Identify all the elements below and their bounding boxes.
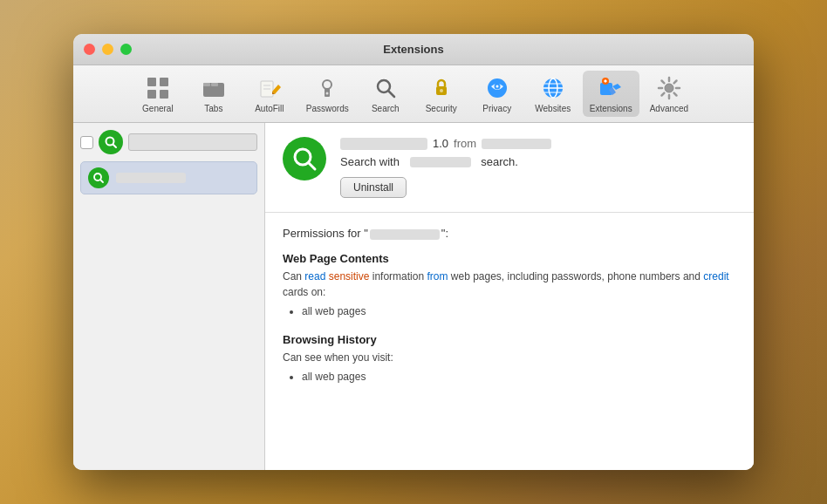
tabs-icon [200, 74, 228, 102]
search-icon [372, 74, 400, 102]
toolbar-item-extensions[interactable]: Extensions [583, 71, 639, 117]
permissions-header: Permissions for "": [283, 227, 736, 240]
svg-rect-5 [203, 83, 210, 86]
extension-version: 1.0 [433, 137, 448, 150]
toolbar-item-advanced[interactable]: Advanced [643, 71, 695, 117]
svg-rect-3 [160, 90, 168, 99]
svg-line-32 [661, 81, 664, 84]
security-icon [427, 74, 455, 102]
perm-group-title-history: Browsing History [283, 333, 736, 346]
svg-point-10 [323, 80, 331, 89]
toolbar-item-autofill[interactable]: AutoFill [243, 71, 296, 117]
svg-point-16 [440, 89, 443, 92]
tabs-label: Tabs [204, 104, 222, 113]
svg-rect-1 [160, 78, 168, 86]
sidebar-ext-icon [99, 130, 123, 154]
title-bar: Extensions [73, 34, 754, 65]
svg-line-41 [309, 163, 315, 169]
advanced-label: Advanced [650, 104, 688, 113]
sidebar-item-ext-icon [88, 167, 109, 188]
autofill-icon [256, 74, 284, 102]
sidebar-header [80, 130, 257, 154]
autofill-label: AutoFill [255, 104, 284, 113]
highlight-credit: credit [703, 270, 728, 283]
search-suffix-text: search. [481, 155, 518, 168]
toolbar-item-general[interactable]: General [132, 71, 184, 117]
uninstall-button[interactable]: Uninstall [340, 177, 407, 198]
permissions-suffix: ": [441, 227, 448, 240]
svg-line-35 [661, 93, 664, 96]
advanced-icon [655, 74, 683, 102]
toolbar-item-websites[interactable]: Websites [527, 71, 579, 117]
toolbar-item-security[interactable]: Security [415, 71, 468, 117]
extension-checkbox[interactable] [80, 136, 93, 149]
toolbar: General Tabs [73, 65, 754, 123]
perm-group-web-page-contents: Web Page Contents Can read sensitive inf… [283, 252, 736, 317]
window-controls [84, 44, 132, 55]
window-title: Extensions [383, 43, 443, 56]
extension-title-row: 1.0 from [340, 137, 736, 150]
toolbar-item-tabs[interactable]: Tabs [188, 71, 240, 117]
minimize-button[interactable] [102, 44, 113, 55]
security-label: Security [426, 104, 457, 113]
perm-list-item: all web pages [302, 305, 736, 317]
perm-group-browsing-history: Browsing History Can see when you visit:… [283, 333, 736, 383]
sidebar-extension-item[interactable] [80, 161, 257, 194]
svg-point-19 [496, 85, 498, 88]
svg-line-14 [388, 92, 394, 98]
general-label: General [142, 104, 174, 113]
extensions-label: Extensions [590, 104, 632, 113]
privacy-icon [483, 74, 511, 102]
close-button[interactable] [84, 44, 95, 55]
permissions-prefix: Permissions for " [283, 227, 368, 240]
sidebar-extension-name [128, 133, 257, 151]
sidebar [73, 123, 265, 470]
perm-list-history: all web pages [302, 371, 736, 383]
permissions-name-redacted [370, 229, 440, 240]
websites-icon [539, 74, 567, 102]
extension-header: 1.0 from Search with search. Uninstall [265, 123, 754, 213]
extension-source-redacted [482, 139, 551, 149]
extension-search-row: Search with search. [340, 155, 736, 168]
perm-group-desc-web: Can read sensitive information from web … [283, 269, 736, 300]
general-icon [144, 74, 172, 102]
passwords-icon [313, 74, 341, 102]
svg-line-37 [113, 145, 117, 148]
main-detail-panel: 1.0 from Search with search. Uninstall P… [265, 123, 754, 470]
extension-name-redacted [340, 138, 427, 150]
privacy-label: Privacy [482, 104, 511, 113]
svg-point-12 [326, 92, 329, 95]
passwords-label: Passwords [306, 104, 349, 113]
highlight-from: from [427, 270, 448, 283]
svg-rect-0 [147, 78, 156, 86]
svg-point-27 [665, 84, 673, 92]
extension-from-label: from [454, 137, 476, 150]
sidebar-item-name [116, 173, 186, 183]
websites-label: Websites [535, 104, 571, 113]
highlight-read: read [304, 270, 325, 283]
content-area: 1.0 from Search with search. Uninstall P… [73, 123, 754, 470]
permissions-section: Permissions for "": Web Page Contents Ca… [265, 213, 754, 470]
main-window: Extensions General [73, 34, 754, 470]
extension-search-name-redacted [410, 157, 471, 167]
perm-list-item-history: all web pages [302, 371, 736, 383]
maximize-button[interactable] [120, 44, 132, 55]
svg-line-33 [674, 93, 677, 96]
toolbar-item-passwords[interactable]: Passwords [299, 71, 356, 117]
perm-group-title-web: Web Page Contents [283, 252, 736, 265]
svg-rect-6 [211, 83, 218, 86]
extension-icon [283, 137, 326, 180]
perm-list-web: all web pages [302, 305, 736, 317]
svg-line-34 [674, 81, 677, 84]
extensions-icon [597, 74, 625, 102]
toolbar-item-search[interactable]: Search [359, 71, 412, 117]
toolbar-item-privacy[interactable]: Privacy [471, 71, 523, 117]
highlight-sensitive: sensitive [329, 270, 370, 283]
search-prefix-text: Search with [340, 155, 400, 168]
search-label: Search [372, 104, 400, 113]
perm-group-desc-history: Can see when you visit: [283, 350, 736, 365]
svg-rect-2 [147, 90, 156, 99]
svg-line-39 [100, 180, 103, 182]
extension-info: 1.0 from Search with search. Uninstall [340, 137, 736, 198]
